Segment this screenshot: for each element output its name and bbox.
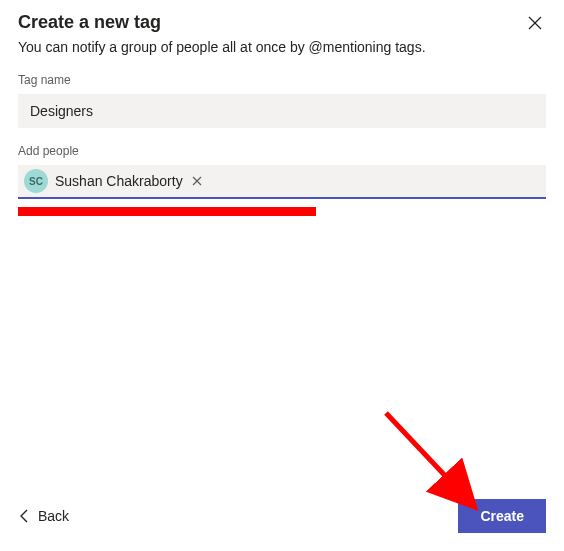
- back-button[interactable]: Back: [18, 504, 71, 528]
- dialog-subtitle: You can notify a group of people all at …: [18, 39, 546, 55]
- add-people-label: Add people: [18, 144, 546, 158]
- close-icon: [192, 176, 202, 186]
- person-name: Sushan Chakraborty: [55, 173, 183, 189]
- chevron-left-icon: [20, 509, 28, 523]
- redaction-bar: [18, 207, 316, 216]
- back-label: Back: [38, 508, 69, 524]
- avatar: SC: [24, 169, 48, 193]
- close-button[interactable]: [524, 12, 546, 34]
- tag-name-input[interactable]: [18, 94, 546, 128]
- create-button[interactable]: Create: [458, 499, 546, 533]
- add-people-input[interactable]: SC Sushan Chakraborty: [18, 165, 546, 199]
- svg-line-5: [386, 413, 468, 500]
- dialog-title: Create a new tag: [18, 12, 161, 33]
- remove-person-button[interactable]: [190, 174, 204, 188]
- person-chip: SC Sushan Chakraborty: [24, 169, 204, 193]
- tag-name-label: Tag name: [18, 73, 546, 87]
- close-icon: [528, 16, 542, 30]
